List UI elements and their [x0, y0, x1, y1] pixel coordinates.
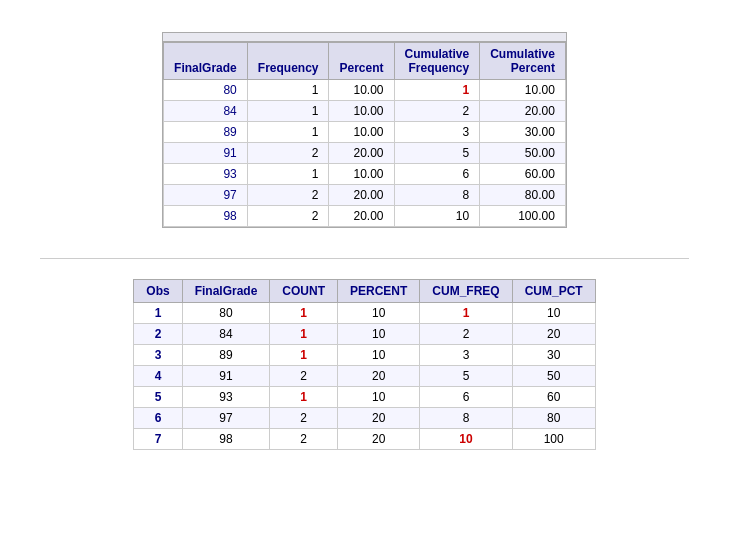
ds-cum-pct: 20	[512, 324, 595, 345]
freq-frequency: 1	[247, 80, 329, 101]
freq-table-wrapper: FinalGrade Frequency Percent CumulativeF…	[40, 32, 689, 228]
ds-cum-pct: 60	[512, 387, 595, 408]
ds-finalgrade: 84	[182, 324, 270, 345]
dataset-col-obs: Obs	[134, 280, 182, 303]
freq-cum-percent: 10.00	[480, 80, 566, 101]
freq-cum-frequency: 10	[394, 206, 480, 227]
freq-cum-percent: 50.00	[480, 143, 566, 164]
ds-finalgrade: 80	[182, 303, 270, 324]
freq-percent: 10.00	[329, 80, 394, 101]
ds-count: 1	[270, 387, 338, 408]
freq-grade: 93	[164, 164, 248, 185]
dataset-table-wrapper: ObsFinalGradeCOUNTPERCENTCUM_FREQCUM_PCT…	[40, 279, 689, 450]
ds-cum-pct: 30	[512, 345, 595, 366]
freq-table-row: 93 1 10.00 6 60.00	[164, 164, 566, 185]
ds-percent: 10	[338, 387, 420, 408]
dataset-table-row: 1 80 1 10 1 10	[134, 303, 595, 324]
freq-percent: 20.00	[329, 143, 394, 164]
freq-frequency: 2	[247, 143, 329, 164]
freq-frequency: 2	[247, 185, 329, 206]
dataset-table-row: 2 84 1 10 2 20	[134, 324, 595, 345]
ds-obs: 3	[134, 345, 182, 366]
dataset-col-count: COUNT	[270, 280, 338, 303]
dataset-table-row: 7 98 2 20 10 100	[134, 429, 595, 450]
ds-percent: 20	[338, 366, 420, 387]
freq-cum-percent: 60.00	[480, 164, 566, 185]
freq-table-row: 80 1 10.00 1 10.00	[164, 80, 566, 101]
ds-count: 1	[270, 345, 338, 366]
ds-cum-pct: 50	[512, 366, 595, 387]
freq-col-percent: Percent	[329, 43, 394, 80]
freq-grade: 91	[164, 143, 248, 164]
ds-cum-freq: 1	[420, 303, 512, 324]
freq-inner-table: FinalGrade Frequency Percent CumulativeF…	[163, 42, 566, 227]
freq-cum-frequency: 5	[394, 143, 480, 164]
freq-cum-frequency: 3	[394, 122, 480, 143]
ds-percent: 10	[338, 324, 420, 345]
freq-col-cum-percent: CumulativePercent	[480, 43, 566, 80]
ds-finalgrade: 89	[182, 345, 270, 366]
freq-cum-frequency: 6	[394, 164, 480, 185]
freq-table-row: 89 1 10.00 3 30.00	[164, 122, 566, 143]
ds-obs: 6	[134, 408, 182, 429]
ds-percent: 20	[338, 429, 420, 450]
freq-frequency: 2	[247, 206, 329, 227]
ds-cum-pct: 80	[512, 408, 595, 429]
freq-cum-frequency: 2	[394, 101, 480, 122]
dataset-table-row: 3 89 1 10 3 30	[134, 345, 595, 366]
dataset-table-row: 4 91 2 20 5 50	[134, 366, 595, 387]
ds-count: 2	[270, 429, 338, 450]
freq-cum-percent: 30.00	[480, 122, 566, 143]
dataset-col-percent: PERCENT	[338, 280, 420, 303]
freq-percent: 20.00	[329, 206, 394, 227]
ds-count: 2	[270, 408, 338, 429]
dataset-col-cum_freq: CUM_FREQ	[420, 280, 512, 303]
freq-col-finalgrade: FinalGrade	[164, 43, 248, 80]
dataset-table-row: 5 93 1 10 6 60	[134, 387, 595, 408]
ds-cum-freq: 10	[420, 429, 512, 450]
ds-obs: 4	[134, 366, 182, 387]
freq-percent: 10.00	[329, 164, 394, 185]
ds-cum-freq: 8	[420, 408, 512, 429]
freq-grade: 97	[164, 185, 248, 206]
freq-table-row: 98 2 20.00 10 100.00	[164, 206, 566, 227]
freq-cum-frequency: 1	[394, 80, 480, 101]
freq-grade: 98	[164, 206, 248, 227]
ds-finalgrade: 98	[182, 429, 270, 450]
freq-table-row: 84 1 10.00 2 20.00	[164, 101, 566, 122]
ds-obs: 2	[134, 324, 182, 345]
dataset-table: ObsFinalGradeCOUNTPERCENTCUM_FREQCUM_PCT…	[133, 279, 595, 450]
freq-cum-frequency: 8	[394, 185, 480, 206]
freq-group-header	[163, 33, 567, 42]
freq-percent: 10.00	[329, 101, 394, 122]
freq-cum-percent: 20.00	[480, 101, 566, 122]
ds-finalgrade: 97	[182, 408, 270, 429]
dataset-col-finalgrade: FinalGrade	[182, 280, 270, 303]
ds-obs: 5	[134, 387, 182, 408]
ds-obs: 1	[134, 303, 182, 324]
ds-cum-freq: 6	[420, 387, 512, 408]
ds-percent: 20	[338, 408, 420, 429]
freq-cum-percent: 80.00	[480, 185, 566, 206]
freq-col-frequency: Frequency	[247, 43, 329, 80]
freq-outer-table: FinalGrade Frequency Percent CumulativeF…	[162, 32, 567, 228]
ds-cum-freq: 5	[420, 366, 512, 387]
ds-finalgrade: 91	[182, 366, 270, 387]
ds-cum-freq: 3	[420, 345, 512, 366]
ds-percent: 10	[338, 303, 420, 324]
ds-cum-freq: 2	[420, 324, 512, 345]
freq-percent: 10.00	[329, 122, 394, 143]
dataset-table-row: 6 97 2 20 8 80	[134, 408, 595, 429]
freq-frequency: 1	[247, 101, 329, 122]
ds-count: 1	[270, 324, 338, 345]
dataset-col-cum_pct: CUM_PCT	[512, 280, 595, 303]
ds-cum-pct: 10	[512, 303, 595, 324]
freq-grade: 89	[164, 122, 248, 143]
freq-table-row: 97 2 20.00 8 80.00	[164, 185, 566, 206]
freq-table-row: 91 2 20.00 5 50.00	[164, 143, 566, 164]
freq-grade: 80	[164, 80, 248, 101]
section-divider	[40, 258, 689, 259]
freq-col-cum-frequency: CumulativeFrequency	[394, 43, 480, 80]
page-container: FinalGrade Frequency Percent CumulativeF…	[0, 0, 729, 470]
ds-obs: 7	[134, 429, 182, 450]
